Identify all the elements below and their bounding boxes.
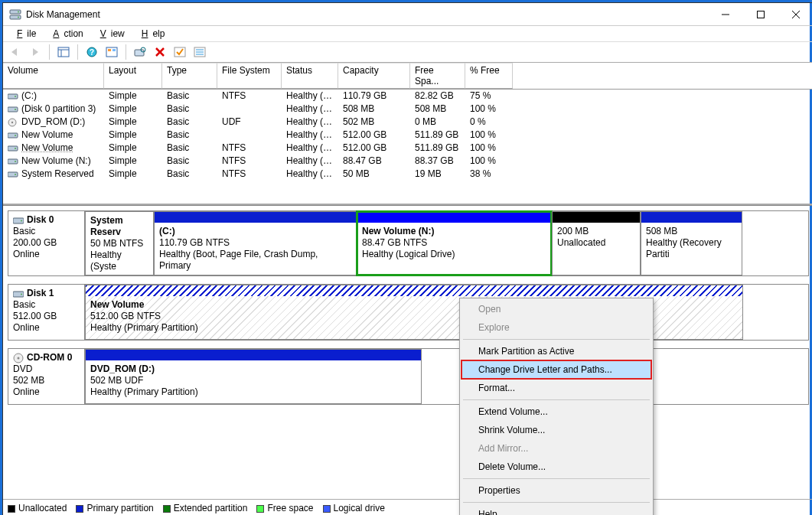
col-pctfree[interactable]: % Free [465, 63, 513, 89]
legend-logical: Logical drive [323, 503, 385, 513]
volume-row[interactable]: New Volume (N:)SimpleBasicNTFSHealthy (L… [3, 155, 812, 168]
svg-rect-37 [8, 172, 18, 177]
back-button[interactable] [6, 43, 24, 61]
svg-rect-31 [8, 133, 18, 138]
dvd-icon [13, 353, 24, 363]
svg-point-36 [15, 161, 16, 162]
svg-point-28 [15, 109, 16, 110]
disk0-partitions: System Reserv50 MB NTFSHealthy (Syste(C:… [85, 211, 808, 275]
svg-rect-15 [113, 49, 116, 51]
volume-list-header: Volume Layout Type File System Status Ca… [3, 63, 812, 90]
volume-row[interactable]: New VolumeSimpleBasicHealthy (P...512.00… [3, 129, 812, 142]
volume-list: Volume Layout Type File System Status Ca… [3, 63, 812, 205]
partition[interactable]: 200 MBUnallocated [552, 211, 641, 275]
ctx-extend[interactable]: Extend Volume... [461, 403, 651, 421]
svg-point-42 [21, 293, 22, 295]
ctx-change-drive-letter[interactable]: Change Drive Letter and Paths... [461, 360, 651, 379]
disk-label-cdrom0[interactable]: CD-ROM 0 DVD 502 MB Online [8, 349, 85, 404]
help-button[interactable]: ? [83, 43, 101, 61]
menu-help[interactable]: Help [132, 28, 170, 40]
view-icon-button[interactable] [54, 43, 73, 61]
ctx-open[interactable]: Open [461, 300, 651, 318]
volume-row[interactable]: New VolumeSimpleBasicNTFSHealthy (P...51… [3, 142, 812, 155]
volume-list-body: (C:)SimpleBasicNTFSHealthy (B...110.79 G… [3, 90, 812, 204]
ctx-shrink[interactable]: Shrink Volume... [461, 421, 651, 439]
app-icon [9, 8, 21, 21]
window-controls [708, 3, 812, 26]
svg-rect-27 [8, 107, 18, 112]
svg-rect-5 [758, 11, 765, 18]
check-icon-button[interactable] [171, 43, 189, 61]
svg-rect-14 [108, 49, 111, 51]
menubar: File Action View Help [3, 26, 812, 41]
svg-point-30 [11, 121, 13, 122]
svg-point-32 [15, 135, 16, 136]
toolbar: ? [3, 41, 812, 63]
forward-button[interactable] [26, 43, 44, 61]
svg-rect-35 [8, 159, 18, 164]
col-type[interactable]: Type [162, 63, 217, 89]
col-volume[interactable]: Volume [3, 63, 104, 89]
disk1-partitions: New Volume512.00 GB NTFSHealthy (Primary… [85, 285, 808, 340]
svg-text:?: ? [90, 48, 94, 57]
svg-rect-25 [8, 94, 18, 99]
col-layout[interactable]: Layout [104, 63, 162, 89]
svg-rect-8 [58, 47, 69, 57]
ctx-format[interactable]: Format... [461, 379, 651, 397]
maximize-button[interactable] [743, 3, 778, 26]
svg-point-26 [15, 96, 16, 97]
settings-icon-button[interactable] [103, 43, 121, 61]
svg-point-3 [18, 16, 19, 18]
ctx-mark-active[interactable]: Mark Partition as Active [461, 342, 651, 360]
col-filesystem[interactable]: File System [217, 63, 282, 89]
partition[interactable]: System Reserv50 MB NTFSHealthy (Syste [85, 211, 154, 275]
cdrom0-partitions: DVD_ROM (D:)502 MB UDFHealthy (Primary P… [85, 349, 808, 404]
volume-row[interactable]: System ReservedSimpleBasicNTFSHealthy (S… [3, 168, 812, 181]
disk-row-cdrom0: CD-ROM 0 DVD 502 MB Online DVD_ROM (D:)5… [8, 348, 809, 405]
svg-point-44 [18, 357, 20, 359]
close-button[interactable] [778, 3, 812, 26]
svg-rect-13 [106, 47, 117, 57]
legend: Unallocated Primary partition Extended p… [3, 499, 812, 515]
ctx-properties[interactable]: Properties [461, 481, 651, 500]
svg-point-40 [21, 220, 22, 221]
svg-point-2 [18, 11, 19, 12]
volume-row[interactable]: DVD_ROM (D:)SimpleBasicUDFHealthy (P...5… [3, 116, 812, 129]
legend-unallocated: Unallocated [8, 503, 67, 513]
disk-row-disk1: Disk 1 Basic 512.00 GB Online New Volume… [8, 284, 809, 341]
svg-rect-16 [135, 50, 144, 56]
hdd-icon [13, 216, 24, 225]
menu-view[interactable]: View [91, 28, 129, 40]
minimize-button[interactable] [708, 3, 743, 26]
ctx-help[interactable]: Help [461, 505, 651, 515]
partition[interactable]: 508 MBHealthy (Recovery Partiti [641, 211, 742, 275]
ctx-explore[interactable]: Explore [461, 318, 651, 337]
delete-icon-button[interactable] [151, 43, 169, 61]
legend-free: Free space [256, 503, 313, 513]
ctx-delete[interactable]: Delete Volume... [461, 458, 651, 476]
menu-action[interactable]: Action [44, 28, 87, 40]
legend-primary: Primary partition [76, 503, 153, 513]
menu-file[interactable]: File [8, 28, 41, 40]
list-icon-button[interactable] [191, 43, 209, 61]
partition[interactable]: New Volume (N:)88.47 GB NTFSHealthy (Log… [357, 211, 552, 275]
disk-graphical-view: Disk 0 Basic 200.00 GB Online System Res… [3, 205, 812, 499]
svg-point-34 [15, 148, 16, 149]
svg-point-38 [15, 174, 16, 175]
col-capacity[interactable]: Capacity [338, 63, 410, 89]
hdd-icon [13, 289, 24, 298]
partition[interactable]: DVD_ROM (D:)502 MB UDFHealthy (Primary P… [85, 349, 422, 404]
refresh-icon-button[interactable] [131, 43, 149, 61]
disk-management-window: Disk Management File Action View Help ? … [2, 2, 812, 515]
partition[interactable]: (C:)110.79 GB NTFSHealthy (Boot, Page Fi… [154, 211, 357, 275]
volume-row[interactable]: (Disk 0 partition 3)SimpleBasicHealthy (… [3, 103, 812, 116]
svg-rect-33 [8, 146, 18, 151]
window-title: Disk Management [26, 9, 708, 20]
col-status[interactable]: Status [282, 63, 338, 89]
disk-label-disk0[interactable]: Disk 0 Basic 200.00 GB Online [8, 211, 85, 275]
disk-label-disk1[interactable]: Disk 1 Basic 512.00 GB Online [8, 285, 85, 340]
col-freespace[interactable]: Free Spa... [410, 63, 465, 89]
titlebar: Disk Management [3, 3, 812, 26]
ctx-add-mirror[interactable]: Add Mirror... [461, 439, 651, 458]
volume-row[interactable]: (C:)SimpleBasicNTFSHealthy (B...110.79 G… [3, 90, 812, 103]
